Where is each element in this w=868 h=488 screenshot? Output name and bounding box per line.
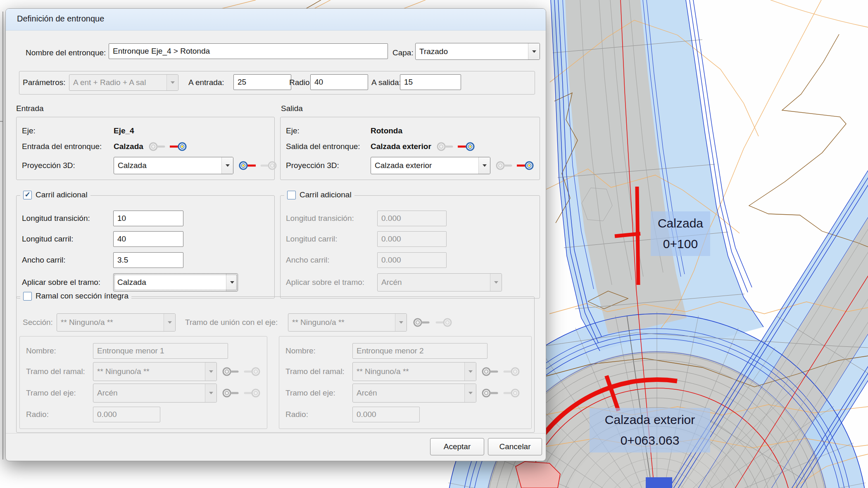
locate-target-icon [502, 366, 520, 377]
cancelar-button[interactable]: Cancelar [488, 438, 542, 455]
union-label: Tramo de unión con el eje: [185, 318, 288, 327]
chevron-down-icon[interactable] [221, 157, 233, 174]
ramal-checkbox[interactable] [23, 292, 32, 301]
ramal-groupbox: Ramal con sección íntegra Sección: ** Ni… [16, 296, 535, 433]
axis-label-block [646, 477, 672, 488]
lc-input [377, 231, 447, 247]
carril-salida-checkbox[interactable] [287, 191, 296, 199]
salida-eje-row: Eje: Rotonda [286, 125, 402, 137]
tramo-ramal-label: Tramo del ramal: [285, 367, 352, 376]
proyeccion-salida-value: Calzada exterior [371, 157, 478, 174]
chevron-down-icon[interactable] [226, 274, 238, 291]
entrada-eje-row: Eje: Eje_4 [22, 125, 134, 137]
pick-target-icon[interactable] [495, 160, 514, 171]
tramo-eje-select: Arcén [93, 384, 217, 403]
tramo-eje-select: Arcén [352, 384, 476, 403]
salida-heading: Salida [281, 104, 303, 113]
nombre-label: Nombre: [26, 346, 93, 355]
tramo-eje-row: Tramo del eje: Arcén [285, 384, 520, 403]
entronque-name-input[interactable] [109, 43, 388, 59]
a-entrada-input[interactable] [233, 74, 291, 90]
pick-target-icon[interactable] [259, 160, 277, 171]
conn-label: Salida del entronque: [286, 142, 371, 151]
ac-row: Ancho carril: [22, 252, 183, 268]
locate-target-icon[interactable] [457, 141, 475, 152]
params-mode-select: A ent + Radio + A sal [69, 74, 178, 91]
chevron-down-icon [205, 362, 216, 381]
lt-input[interactable] [113, 211, 183, 226]
radio-label: Radio: [285, 410, 352, 419]
ac-input[interactable] [113, 252, 183, 268]
lc-row: Longitud carril: [286, 231, 447, 247]
eje-label: Eje: [286, 126, 371, 135]
a-salida-input[interactable] [400, 74, 461, 90]
seccion-select: ** Ninguno/a ** [57, 313, 176, 332]
conn-value: Calzada [114, 142, 143, 151]
tramo-ramal-value: ** Ninguno/a ** [93, 362, 205, 381]
pick-target-icon [413, 317, 431, 328]
lc-input[interactable] [113, 231, 183, 247]
capa-select[interactable]: Trazado [415, 43, 540, 60]
ramal-heading: Ramal con sección íntegra [36, 291, 128, 301]
a-entrada-label: A entrada: [188, 78, 224, 87]
lc-row: Longitud carril: [22, 231, 183, 247]
tramo-ramal-select: ** Ninguno/a ** [93, 362, 217, 381]
tramo-ramal-label: Tramo del ramal: [26, 367, 93, 376]
nombre-input [352, 343, 488, 359]
chevron-down-icon [166, 75, 178, 90]
tramo-eje-row: Tramo del eje: Arcén [26, 384, 261, 403]
station-label-pk: 0+100 [651, 234, 710, 254]
nombre-row: Nombre: [285, 343, 488, 359]
union-value: ** Ninguno/a ** [288, 314, 395, 331]
capa-label: Capa: [392, 48, 414, 57]
entrada-proy-row: Proyección 3D: Calzada [22, 157, 277, 174]
carril-entrada-checkbox[interactable] [23, 191, 32, 199]
tramo-entrada-select[interactable]: Calzada [113, 273, 238, 291]
radio-label: Radio: [289, 78, 312, 87]
tramo-salida-value: Arcén [378, 274, 490, 291]
pick-target-icon [481, 366, 499, 377]
tramo-entrada-value: Calzada [114, 274, 226, 291]
chevron-down-icon [205, 384, 216, 402]
radio-input[interactable] [310, 74, 368, 90]
radio-label: Radio: [26, 410, 93, 419]
pick-target-icon [481, 388, 499, 398]
capa-value: Trazado [416, 43, 528, 59]
ramal-legend: Ramal con sección íntegra [20, 291, 131, 301]
params-label: Parámetros: [23, 78, 65, 87]
conn-value: Calzada exterior [371, 142, 431, 151]
proyeccion-entrada-select[interactable]: Calzada [114, 157, 233, 174]
seccion-row: Sección: ** Ninguno/a ** Tramo de unión … [23, 313, 452, 332]
proyeccion-salida-select[interactable]: Calzada exterior [371, 157, 490, 174]
station-label-axis: Calzada [651, 213, 710, 234]
radio-row: Radio: [285, 407, 420, 422]
proyeccion-label: Proyección 3D: [286, 161, 371, 170]
carril-entrada-groupbox: Carril adicional Longitud transición: Lo… [16, 195, 275, 298]
locate-target-icon[interactable] [238, 160, 257, 171]
salida-proy-row: Proyección 3D: Calzada exterior [286, 157, 534, 174]
tramo-eje-label: Tramo del eje: [26, 389, 93, 398]
station-label-calzada-exterior: Calzada exterior 0+063.063 [590, 408, 710, 452]
aceptar-button[interactable]: Aceptar [430, 438, 484, 455]
entrada-groupbox: Eje: Eje_4 Entrada del entronque: Calzad… [16, 117, 275, 180]
station-label-axis: Calzada exterior [590, 410, 710, 430]
locate-target-icon[interactable] [516, 160, 534, 171]
pick-target-icon[interactable] [436, 141, 454, 152]
pick-target-icon[interactable] [148, 141, 166, 152]
chevron-down-icon [395, 314, 407, 331]
entronque-definition-dialog: Definición de entronque Nombre del entro… [5, 8, 546, 461]
carril-entrada-legend: Carril adicional [20, 190, 90, 199]
nombre-label: Nombre: [285, 346, 352, 355]
locate-target-icon [243, 366, 261, 377]
radio-input [352, 407, 420, 422]
seccion-label: Sección: [23, 318, 57, 327]
chevron-down-icon[interactable] [478, 157, 490, 174]
tramo-eje-label: Tramo del eje: [285, 389, 352, 398]
locate-target-icon [502, 388, 520, 398]
eje-value: Rotonda [371, 126, 402, 135]
carril-salida-groupbox: Carril adicional Longitud transición: Lo… [280, 195, 540, 298]
dialog-titlebar[interactable]: Definición de entronque [6, 9, 546, 31]
locate-target-icon[interactable] [169, 141, 187, 152]
chevron-down-icon [464, 362, 476, 381]
chevron-down-icon[interactable] [528, 43, 540, 59]
